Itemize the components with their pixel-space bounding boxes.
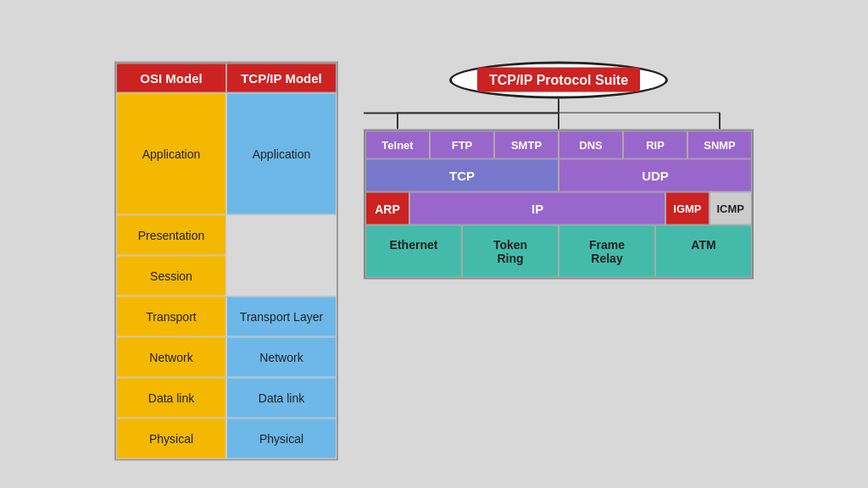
proto-arp: ARP <box>365 192 409 225</box>
proto-token-ring: Token Ring <box>462 225 559 278</box>
tcp-layer-network: Network <box>226 337 337 378</box>
proto-smtp: SMTP <box>494 131 559 159</box>
proto-telnet: Telnet <box>365 131 430 159</box>
osi-layer-datalink: Data link <box>116 378 226 419</box>
layer-row-presentation: Presentation <box>116 215 337 256</box>
protocol-grid: Telnet FTP SMTP DNS RIP SNMP TCP UDP ARP… <box>364 130 754 280</box>
proto-ftp: FTP <box>430 131 494 159</box>
proto-frame-relay: Frame Relay <box>559 225 655 278</box>
osi-layer-physical: Physical <box>116 419 226 459</box>
protocol-suite-label: TCP/IP Protocol Suite <box>477 68 640 92</box>
proto-icmp: ICMP <box>709 192 753 225</box>
osi-layer-session: Session <box>116 256 226 297</box>
osi-model-header: OSI Model <box>116 64 226 93</box>
layer-row-application: Application Application <box>116 93 337 215</box>
tcp-layer-application: Application <box>226 93 337 215</box>
proto-rip: RIP <box>623 131 687 159</box>
proto-ip: IP <box>409 192 665 225</box>
layer-row-physical: Physical Physical <box>116 419 337 459</box>
protocol-suite-oval: TCP/IP Protocol Suite <box>449 62 668 99</box>
protocol-row-application: Telnet FTP SMTP DNS RIP SNMP <box>365 131 752 159</box>
protocol-row-datalink: Ethernet Token Ring Frame Relay ATM <box>365 225 752 278</box>
proto-ethernet: Ethernet <box>365 225 462 278</box>
tcp-layer-transport: Transport Layer <box>226 297 337 337</box>
tcp-layer-physical: Physical <box>226 419 337 459</box>
protocol-row-network: ARP IP IGMP ICMP <box>365 192 752 225</box>
proto-udp: UDP <box>559 159 752 192</box>
layer-row-network: Network Network <box>116 337 337 378</box>
osi-layer-application: Application <box>116 93 226 215</box>
layer-row-datalink: Data link Data link <box>116 378 337 419</box>
proto-igmp: IGMP <box>665 192 709 225</box>
tcp-model-header: TCP/IP Model <box>226 64 337 93</box>
proto-atm: ATM <box>655 225 752 278</box>
osi-layer-presentation: Presentation <box>116 215 226 256</box>
proto-dns: DNS <box>559 131 623 159</box>
layer-row-session: Session <box>116 256 337 297</box>
proto-tcp: TCP <box>365 159 559 192</box>
osi-layer-network: Network <box>116 337 226 378</box>
protocol-suite-section: TCP/IP Protocol Suite <box>364 62 754 280</box>
proto-snmp: SNMP <box>687 131 752 159</box>
osi-layer-transport: Transport <box>116 297 226 337</box>
protocol-row-transport: TCP UDP <box>365 159 752 192</box>
layer-row-transport: Transport Transport Layer <box>116 297 337 337</box>
tcp-layer-datalink: Data link <box>226 378 337 419</box>
model-table: OSI Model TCP/IP Model Application Appli… <box>114 62 338 461</box>
